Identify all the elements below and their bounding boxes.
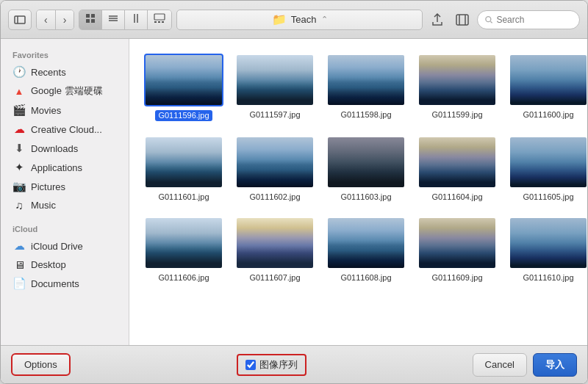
file-item[interactable]: G0111609.jpg <box>415 214 500 286</box>
sidebar-item-recents[interactable]: 🕐 Recents <box>1 62 129 81</box>
bottom-bar: Options 图像序列 Cancel 导入 <box>1 345 587 383</box>
file-item[interactable]: G0111607.jpg <box>232 214 318 286</box>
svg-rect-11 <box>154 14 165 20</box>
icloud-label: iCloud <box>1 220 129 236</box>
file-item[interactable]: G0111603.jpg <box>323 133 409 205</box>
svg-rect-0 <box>15 16 25 23</box>
thumb-wrapper <box>509 217 587 269</box>
list-view-button[interactable] <box>102 10 125 29</box>
file-item[interactable]: G0111606.jpg <box>141 214 226 286</box>
filename: G0111598.jpg <box>340 110 391 120</box>
sidebar-item-icloud-drive[interactable]: ☁ iCloud Drive <box>1 236 129 256</box>
image-sequence-label[interactable]: 图像序列 <box>237 354 306 376</box>
filename: G0111610.jpg <box>523 273 573 283</box>
file-item[interactable]: G0111596.jpg <box>141 51 226 124</box>
cancel-button[interactable]: Cancel <box>473 353 527 377</box>
file-item[interactable]: G0111598.jpg <box>323 51 409 124</box>
search-box[interactable] <box>477 10 580 29</box>
filename: G0111602.jpg <box>249 192 300 202</box>
svg-rect-15 <box>456 15 468 25</box>
back-button[interactable]: ‹ <box>37 10 56 29</box>
filename: G0111597.jpg <box>249 110 300 120</box>
icon-view-button[interactable] <box>79 10 102 29</box>
svg-point-18 <box>486 16 491 21</box>
filename: G0111599.jpg <box>431 110 482 120</box>
file-thumbnail <box>419 55 495 105</box>
file-thumbnail <box>328 137 404 187</box>
file-thumbnail <box>510 218 587 268</box>
share-button[interactable] <box>427 10 448 30</box>
file-area: G0111596.jpgG0111597.jpgG0111598.jpgG011… <box>129 39 587 345</box>
file-thumbnail <box>237 55 313 105</box>
file-thumbnail <box>419 137 495 187</box>
movies-icon: 🎬 <box>12 104 26 117</box>
location-text: Teach <box>291 14 317 25</box>
file-thumbnail <box>419 218 495 268</box>
bottom-right-buttons: Cancel 导入 <box>473 353 577 377</box>
options-button[interactable]: Options <box>11 353 71 376</box>
sidebar-item-label: Pictures <box>31 181 65 192</box>
sidebar-item-label: Music <box>31 200 56 211</box>
nav-buttons: ‹ › <box>36 10 74 30</box>
chevron-icon: ⌃ <box>321 15 328 24</box>
location-bar[interactable]: 📁 Teach ⌃ <box>176 10 423 30</box>
file-thumbnail <box>510 137 587 187</box>
sidebar-item-desktop[interactable]: 🖥 Desktop <box>1 256 129 274</box>
thumb-wrapper <box>326 217 406 269</box>
sidebar-item-documents[interactable]: 📄 Documents <box>1 274 129 293</box>
sidebar-item-label: Google 雲端硬碟 <box>31 84 103 98</box>
sidebar-item-movies[interactable]: 🎬 Movies <box>1 101 129 120</box>
thumb-wrapper <box>235 54 315 106</box>
filename: G0111604.jpg <box>431 192 482 202</box>
gallery-view-button[interactable] <box>148 10 171 29</box>
sidebar-toggle-button[interactable] <box>8 10 32 30</box>
sidebar-item-label: Movies <box>31 105 61 116</box>
sidebar-item-pictures[interactable]: 📷 Pictures <box>1 177 129 196</box>
file-item[interactable]: G0111604.jpg <box>415 133 500 205</box>
svg-rect-3 <box>91 14 95 18</box>
file-item[interactable]: G0111602.jpg <box>232 133 318 205</box>
image-sequence-text: 图像序列 <box>259 358 298 372</box>
sidebar-item-music[interactable]: ♫ Music <box>1 196 129 214</box>
search-icon <box>485 15 492 24</box>
file-thumbnail <box>510 55 587 105</box>
filename: G0111603.jpg <box>340 192 391 202</box>
tag-button[interactable] <box>452 10 473 30</box>
thumb-wrapper <box>326 54 406 106</box>
sidebar-item-creative-cloud[interactable]: ☁ Creative Cloud... <box>1 120 129 139</box>
documents-icon: 📄 <box>12 277 26 290</box>
file-item[interactable]: G0111605.jpg <box>506 133 587 205</box>
svg-line-19 <box>490 21 492 23</box>
thumb-wrapper <box>235 136 315 189</box>
thumb-wrapper <box>509 136 587 189</box>
sidebar-item-google-drive[interactable]: ▲ Google 雲端硬碟 <box>1 81 129 101</box>
file-thumbnail <box>328 55 404 105</box>
filename: G0111609.jpg <box>431 273 482 283</box>
image-sequence-checkbox[interactable] <box>245 360 256 370</box>
view-toggle <box>79 10 172 30</box>
sidebar-item-downloads[interactable]: ⬇ Downloads <box>1 139 129 158</box>
icloud-drive-icon: ☁ <box>12 239 26 253</box>
sidebar-item-applications[interactable]: ✦ Applications <box>1 158 129 177</box>
folder-icon: 📁 <box>272 12 287 26</box>
file-thumbnail <box>146 137 222 187</box>
file-item[interactable]: G0111600.jpg <box>506 51 587 124</box>
file-item[interactable]: G0111599.jpg <box>415 51 500 124</box>
forward-button[interactable]: › <box>56 10 74 29</box>
file-item[interactable]: G0111601.jpg <box>141 133 226 205</box>
desktop-icon: 🖥 <box>12 258 26 271</box>
thumb-wrapper <box>509 54 587 106</box>
file-item[interactable]: G0111610.jpg <box>506 214 587 286</box>
filename: G0111606.jpg <box>158 273 209 283</box>
file-item[interactable]: G0111597.jpg <box>232 51 318 124</box>
import-button[interactable]: 导入 <box>533 353 577 377</box>
file-thumbnail <box>328 218 404 268</box>
thumb-wrapper <box>417 54 497 106</box>
search-input[interactable] <box>496 15 572 25</box>
creative-cloud-icon: ☁ <box>12 123 26 136</box>
sidebar-item-label: Documents <box>31 278 79 289</box>
file-item[interactable]: G0111608.jpg <box>323 214 409 286</box>
filename: G0111607.jpg <box>249 273 300 283</box>
sidebar-item-label: Recents <box>31 67 66 78</box>
column-view-button[interactable] <box>125 10 148 29</box>
